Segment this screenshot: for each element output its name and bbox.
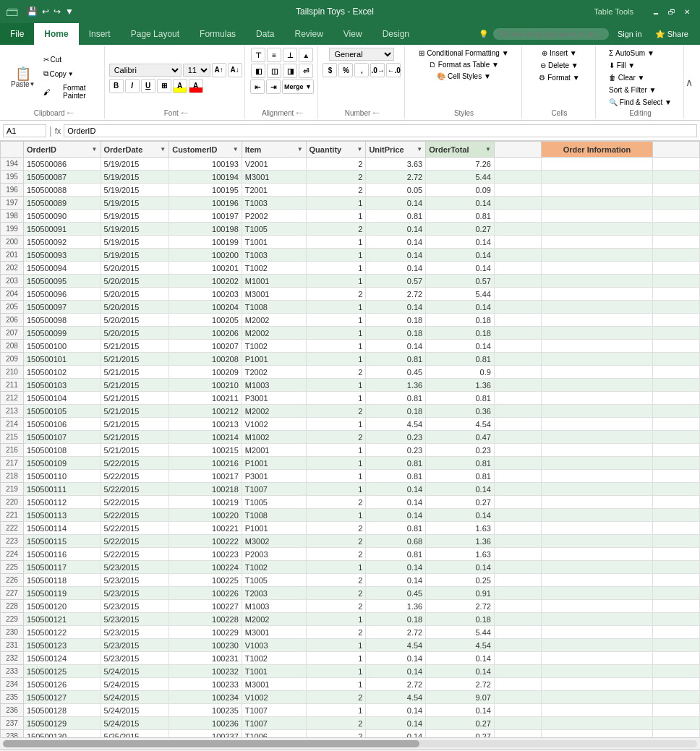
cell-col-g[interactable]: 0.81: [426, 353, 495, 366]
cell-col-c[interactable]: 100218: [169, 483, 242, 496]
align-middle-btn[interactable]: ≡: [267, 48, 281, 62]
table-row[interactable]: 2061505000985/20/2015100205M200210.180.1…: [1, 314, 700, 327]
cell-col-g[interactable]: 0.14: [426, 483, 495, 496]
cell-col-f[interactable]: 0.81: [366, 457, 426, 470]
cell-col-g[interactable]: 9.07: [426, 691, 495, 704]
cell-col-d[interactable]: M2002: [242, 405, 306, 418]
align-right-btn[interactable]: ◨: [283, 64, 297, 78]
cell-col-a[interactable]: 150500114: [24, 522, 101, 535]
cell-col-c[interactable]: 100223: [169, 548, 242, 561]
table-row[interactable]: 1961505000885/19/2015100195T200120.050.0…: [1, 184, 700, 197]
cell-col-b[interactable]: 5/25/2015: [101, 730, 169, 738]
cell-col-b[interactable]: 5/21/2015: [101, 418, 169, 431]
cell-col-c[interactable]: 100195: [169, 184, 242, 197]
cell-col-f[interactable]: 0.45: [366, 587, 426, 600]
cell-col-e[interactable]: 1: [306, 418, 366, 431]
cell-col-g[interactable]: 0.18: [426, 327, 495, 340]
cell-col-d[interactable]: V1003: [242, 639, 306, 652]
cell-col-a[interactable]: 150500097: [24, 301, 101, 314]
table-row[interactable]: 1941505000865/19/2015100193V200123.637.2…: [1, 158, 700, 171]
cell-col-f[interactable]: 0.81: [366, 353, 426, 366]
share-btn[interactable]: ⭐ Share: [651, 28, 693, 40]
cell-col-b[interactable]: 5/22/2015: [101, 522, 169, 535]
cell-col-f[interactable]: 2.72: [366, 678, 426, 691]
col-header-orderid[interactable]: OrderID ▼: [24, 142, 101, 158]
cell-col-g[interactable]: 0.27: [426, 717, 495, 730]
cell-col-a[interactable]: 150500090: [24, 210, 101, 223]
cell-col-c[interactable]: 100214: [169, 431, 242, 444]
filter-arrow-customerid[interactable]: ▼: [233, 146, 239, 153]
cell-col-g[interactable]: 0.14: [426, 665, 495, 678]
cell-col-a[interactable]: 150500099: [24, 327, 101, 340]
cell-col-a[interactable]: 150500086: [24, 158, 101, 171]
cell-col-f[interactable]: 2.72: [366, 288, 426, 301]
cell-col-e[interactable]: 1: [306, 704, 366, 717]
tab-data[interactable]: Data: [246, 23, 284, 45]
cell-col-d[interactable]: P1001: [242, 353, 306, 366]
table-row[interactable]: 2011505000935/19/2015100200T100310.140.1…: [1, 249, 700, 262]
cell-col-b[interactable]: 5/23/2015: [101, 626, 169, 639]
cell-col-d[interactable]: T1003: [242, 249, 306, 262]
cell-col-f[interactable]: 0.18: [366, 327, 426, 340]
cell-col-b[interactable]: 5/19/2015: [101, 197, 169, 210]
cell-col-a[interactable]: 150500124: [24, 652, 101, 665]
cell-col-f[interactable]: 0.14: [366, 717, 426, 730]
cell-col-b[interactable]: 5/19/2015: [101, 171, 169, 184]
cell-col-b[interactable]: 5/24/2015: [101, 691, 169, 704]
cell-col-c[interactable]: 100205: [169, 314, 242, 327]
percent-btn[interactable]: %: [338, 63, 353, 77]
cell-col-d[interactable]: T1008: [242, 301, 306, 314]
cell-col-a[interactable]: 150500087: [24, 171, 101, 184]
cell-col-f[interactable]: 0.18: [366, 613, 426, 626]
cell-col-b[interactable]: 5/21/2015: [101, 405, 169, 418]
cell-col-f[interactable]: 1.36: [366, 379, 426, 392]
customize-quick-btn[interactable]: ▼: [63, 5, 76, 18]
formula-input[interactable]: [64, 124, 697, 137]
cell-col-d[interactable]: V2001: [242, 158, 306, 171]
filter-arrow-item[interactable]: ▼: [297, 146, 303, 153]
cell-col-e[interactable]: 2: [306, 522, 366, 535]
align-center-btn[interactable]: ◫: [267, 64, 281, 78]
cell-col-b[interactable]: 5/24/2015: [101, 678, 169, 691]
redo-quick-btn[interactable]: ↪: [51, 5, 63, 18]
cell-col-b[interactable]: 5/24/2015: [101, 704, 169, 717]
cell-col-g[interactable]: 0.91: [426, 587, 495, 600]
cell-col-e[interactable]: 1: [306, 652, 366, 665]
cell-col-c[interactable]: 100225: [169, 574, 242, 587]
clear-btn[interactable]: 🗑 Clear ▼: [603, 72, 650, 83]
table-row[interactable]: 2091505001015/21/2015100208P100110.810.8…: [1, 353, 700, 366]
table-row[interactable]: 2231505001155/22/2015100222M300220.681.3…: [1, 535, 700, 548]
cell-col-c[interactable]: 100236: [169, 717, 242, 730]
cell-col-c[interactable]: 100235: [169, 704, 242, 717]
cell-col-a[interactable]: 150500116: [24, 548, 101, 561]
cell-col-f[interactable]: 0.14: [366, 236, 426, 249]
table-row[interactable]: 2201505001125/22/2015100219T100520.140.2…: [1, 496, 700, 509]
table-row[interactable]: 2341505001265/24/2015100233M300112.722.7…: [1, 678, 700, 691]
cell-col-b[interactable]: 5/23/2015: [101, 561, 169, 574]
table-row[interactable]: 1951505000875/19/2015100194M300122.725.4…: [1, 171, 700, 184]
cell-col-b[interactable]: 5/21/2015: [101, 366, 169, 379]
cell-col-f[interactable]: 0.14: [366, 340, 426, 353]
cell-col-g[interactable]: 0.27: [426, 223, 495, 236]
cell-col-b[interactable]: 5/24/2015: [101, 665, 169, 678]
table-row[interactable]: 2301505001225/23/2015100229M300122.725.4…: [1, 626, 700, 639]
cell-col-d[interactable]: M3001: [242, 171, 306, 184]
cell-col-f[interactable]: 0.81: [366, 392, 426, 405]
indent-increase-btn[interactable]: ⇥: [266, 80, 281, 94]
cell-col-a[interactable]: 150500106: [24, 418, 101, 431]
cell-col-a[interactable]: 150500088: [24, 184, 101, 197]
cell-col-a[interactable]: 150500104: [24, 392, 101, 405]
cell-col-a[interactable]: 150500119: [24, 587, 101, 600]
cell-col-b[interactable]: 5/19/2015: [101, 249, 169, 262]
cell-col-f[interactable]: 0.81: [366, 548, 426, 561]
cell-col-d[interactable]: M1002: [242, 431, 306, 444]
table-row[interactable]: 1971505000895/19/2015100196T100310.140.1…: [1, 197, 700, 210]
cell-col-c[interactable]: 100227: [169, 600, 242, 613]
cell-col-d[interactable]: M1003: [242, 379, 306, 392]
cell-col-b[interactable]: 5/24/2015: [101, 717, 169, 730]
fill-color-btn[interactable]: A: [173, 79, 187, 93]
cell-col-f[interactable]: 4.54: [366, 691, 426, 704]
cell-col-f[interactable]: 0.57: [366, 275, 426, 288]
cell-col-e[interactable]: 2: [306, 158, 366, 171]
cell-col-a[interactable]: 150500129: [24, 717, 101, 730]
